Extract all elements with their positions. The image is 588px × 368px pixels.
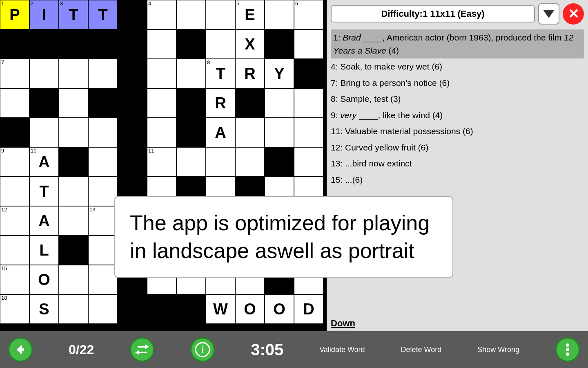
- clue-item-11[interactable]: 11: Valuable material possessions (6): [331, 123, 584, 139]
- menu-button[interactable]: [555, 337, 580, 362]
- grid-cell-3-1[interactable]: [29, 88, 59, 118]
- grid-cell-2-3[interactable]: [88, 59, 118, 88]
- grid-cell-9-2[interactable]: [59, 265, 88, 294]
- grid-cell-4-9[interactable]: [265, 118, 294, 147]
- clue-item-15[interactable]: 15: ...(6): [331, 172, 584, 188]
- grid-cell-1-5[interactable]: [147, 29, 176, 59]
- grid-cell-3-2[interactable]: [59, 88, 88, 118]
- grid-cell-5-5[interactable]: 11: [147, 147, 176, 177]
- grid-cell-3-10[interactable]: [294, 88, 323, 118]
- clue-item-9[interactable]: 9: very ____, like the wind (4): [331, 107, 584, 123]
- grid-cell-10-9[interactable]: O: [265, 294, 294, 324]
- grid-cell-10-10[interactable]: D: [294, 294, 323, 324]
- grid-cell-3-6[interactable]: [176, 88, 206, 118]
- grid-cell-2-10[interactable]: [294, 59, 323, 88]
- grid-cell-10-3[interactable]: [88, 294, 118, 324]
- grid-cell-10-8[interactable]: O: [235, 294, 265, 324]
- swap-button[interactable]: [130, 337, 154, 362]
- grid-cell-0-2[interactable]: 3T: [59, 0, 88, 29]
- grid-cell-4-5[interactable]: [147, 118, 176, 147]
- grid-cell-6-0[interactable]: [0, 177, 29, 206]
- grid-cell-9-3[interactable]: [88, 265, 118, 294]
- grid-cell-0-4[interactable]: [118, 0, 147, 29]
- grid-cell-3-4[interactable]: [118, 88, 147, 118]
- grid-cell-0-1[interactable]: 2I: [29, 0, 59, 29]
- close-button[interactable]: ✕: [563, 3, 584, 25]
- grid-cell-7-0[interactable]: 12: [0, 206, 29, 236]
- grid-cell-1-2[interactable]: [59, 29, 88, 59]
- grid-cell-2-1[interactable]: [29, 59, 59, 88]
- dropdown-button[interactable]: [538, 3, 559, 25]
- grid-cell-8-0[interactable]: [0, 236, 29, 265]
- grid-cell-1-3[interactable]: [88, 29, 118, 59]
- grid-cell-4-2[interactable]: [59, 118, 88, 147]
- grid-cell-1-9[interactable]: [265, 29, 294, 59]
- info-button[interactable]: i: [190, 337, 215, 362]
- grid-cell-0-8[interactable]: 5E: [235, 0, 265, 29]
- grid-cell-4-1[interactable]: [29, 118, 59, 147]
- grid-cell-2-0[interactable]: 7: [0, 59, 29, 88]
- grid-cell-0-0[interactable]: 1P: [0, 0, 29, 29]
- grid-cell-10-5[interactable]: [147, 294, 176, 324]
- grid-cell-3-8[interactable]: [235, 88, 265, 118]
- grid-cell-2-6[interactable]: [176, 59, 206, 88]
- grid-cell-3-3[interactable]: [88, 88, 118, 118]
- grid-cell-10-0[interactable]: 18: [0, 294, 29, 324]
- grid-cell-2-5[interactable]: [147, 59, 176, 88]
- grid-cell-4-7[interactable]: A: [206, 118, 235, 147]
- grid-cell-1-0[interactable]: [0, 29, 29, 59]
- grid-cell-3-0[interactable]: [0, 88, 29, 118]
- grid-cell-10-4[interactable]: [118, 294, 147, 324]
- grid-cell-4-6[interactable]: [176, 118, 206, 147]
- clue-item-8[interactable]: 8: Sample, test (3): [331, 91, 584, 107]
- grid-cell-2-8[interactable]: R: [235, 59, 265, 88]
- grid-cell-5-8[interactable]: [235, 147, 265, 177]
- grid-cell-4-8[interactable]: [235, 118, 265, 147]
- grid-cell-9-1[interactable]: O: [29, 265, 59, 294]
- grid-cell-0-7[interactable]: [206, 0, 235, 29]
- grid-cell-2-9[interactable]: Y: [265, 59, 294, 88]
- grid-cell-3-9[interactable]: [265, 88, 294, 118]
- grid-cell-5-3[interactable]: [88, 147, 118, 177]
- grid-cell-3-7[interactable]: R: [206, 88, 235, 118]
- grid-cell-4-10[interactable]: [294, 118, 323, 147]
- grid-cell-1-8[interactable]: X: [235, 29, 265, 59]
- grid-cell-10-1[interactable]: S: [29, 294, 59, 324]
- grid-cell-0-5[interactable]: 4: [147, 0, 176, 29]
- grid-cell-5-9[interactable]: [265, 147, 294, 177]
- grid-cell-2-4[interactable]: [118, 59, 147, 88]
- grid-cell-0-3[interactable]: T: [88, 0, 118, 29]
- grid-cell-5-1[interactable]: 10A: [29, 147, 59, 177]
- grid-cell-5-0[interactable]: 9: [0, 147, 29, 177]
- grid-cell-5-10[interactable]: [294, 147, 323, 177]
- grid-cell-1-6[interactable]: [176, 29, 206, 59]
- grid-cell-7-1[interactable]: A: [29, 206, 59, 236]
- grid-cell-6-1[interactable]: T: [29, 177, 59, 206]
- grid-cell-0-6[interactable]: [176, 0, 206, 29]
- grid-cell-3-5[interactable]: [147, 88, 176, 118]
- grid-cell-10-2[interactable]: [59, 294, 88, 324]
- grid-cell-1-10[interactable]: [294, 29, 323, 59]
- validate-word-button[interactable]: Validate Word: [319, 346, 365, 354]
- grid-cell-10-7[interactable]: W: [206, 294, 235, 324]
- clue-item-12[interactable]: 12: Curved yellow fruit (6): [331, 139, 584, 156]
- clue-item-4[interactable]: 4: Soak, to make very wet (6): [331, 58, 584, 75]
- grid-cell-0-10[interactable]: 6: [294, 0, 323, 29]
- grid-cell-4-0[interactable]: [0, 118, 29, 147]
- grid-cell-2-2[interactable]: [59, 59, 88, 88]
- clue-item-1[interactable]: 1: Brad ____, American actor (born 1963)…: [331, 29, 584, 58]
- clue-item-7[interactable]: 7: Bring to a person's notice (6): [331, 75, 584, 91]
- grid-cell-9-0[interactable]: 15: [0, 265, 29, 294]
- grid-cell-5-2[interactable]: [59, 147, 88, 177]
- grid-cell-1-4[interactable]: [118, 29, 147, 59]
- grid-cell-0-9[interactable]: [265, 0, 294, 29]
- show-wrong-button[interactable]: Show Wrong: [477, 346, 519, 354]
- back-button[interactable]: [8, 337, 33, 362]
- grid-cell-7-2[interactable]: [59, 206, 88, 236]
- delete-word-button[interactable]: Delete Word: [401, 346, 442, 354]
- grid-cell-6-2[interactable]: [59, 177, 88, 206]
- grid-cell-4-3[interactable]: [88, 118, 118, 147]
- grid-cell-4-4[interactable]: [118, 118, 147, 147]
- grid-cell-8-3[interactable]: [88, 236, 118, 265]
- grid-cell-5-6[interactable]: [176, 147, 206, 177]
